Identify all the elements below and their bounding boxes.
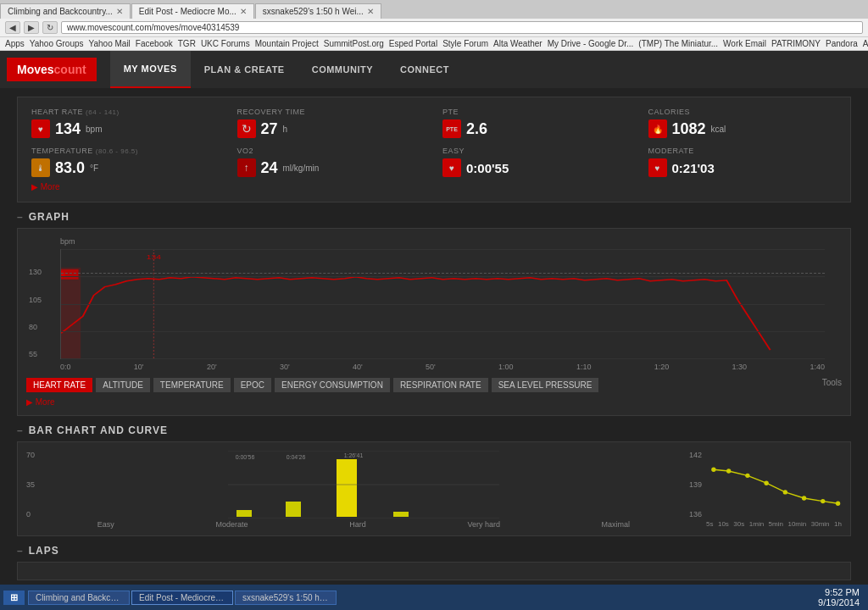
bookmark-apps[interactable]: Apps [5, 39, 25, 48]
btn-energy[interactable]: ENERGY CONSUMPTION [275, 378, 390, 392]
laps-section [17, 562, 851, 580]
curve-svg [706, 451, 842, 518]
stat-calories: CALORIES 🔥 1082 kcal [648, 108, 837, 138]
bookmarks-bar: Apps Yahoo Groups Yahoo Mail Facebook TG… [0, 37, 868, 51]
calories-icon: 🔥 [648, 119, 667, 138]
tab-bar: Climbing and Backcountry... ✕ Edit Post … [0, 0, 868, 19]
nav-connect[interactable]: CONNECT [387, 51, 463, 88]
tab-1[interactable]: Climbing and Backcountry... ✕ [0, 3, 131, 19]
bookmark-mp[interactable]: Mountain Project [255, 39, 319, 48]
tab-1-close[interactable]: ✕ [116, 7, 123, 16]
bookmark-style[interactable]: Style Forum [442, 39, 488, 48]
heart-rate-icon: ♥ [31, 119, 50, 138]
btn-heart-rate[interactable]: HEART RATE [26, 378, 92, 392]
more-link[interactable]: ▶ More [31, 182, 837, 191]
bookmark-alta[interactable]: Alta Weather [493, 39, 542, 48]
stat-recovery-time: RECOVERY TIME ↻ 27 h [237, 108, 426, 138]
svg-point-18 [745, 474, 749, 478]
svg-rect-9 [236, 510, 252, 517]
graph-x-labels: 0:0 10' 20' 30' 40' 50' 1:00 1:10 1:20 1… [60, 363, 825, 371]
bookmark-sp[interactable]: SummitPost.org [324, 39, 384, 48]
back-button[interactable]: ◀ [5, 21, 20, 34]
nav-my-moves[interactable]: MY MOVES [110, 51, 191, 88]
svg-rect-1 [61, 268, 81, 358]
btn-respiration[interactable]: RESPIRATION RATE [393, 378, 488, 392]
bookmark-avalanche[interactable]: Avalanche Centre [863, 39, 868, 48]
barchart-x-labels: Easy Moderate Hard Very hard Maximal [26, 520, 681, 529]
laps-title: LAPS [17, 545, 851, 557]
graph-title: GRAPH [17, 211, 851, 223]
taskbar-right: 9:52 PM 9/19/2014 [813, 587, 865, 607]
svg-rect-10 [286, 502, 301, 517]
bookmark-yahoogroups[interactable]: Yahoo Groups [30, 39, 84, 48]
taskbar-item-1[interactable]: Climbing and Backcountry... [28, 591, 130, 605]
stats-grid: HEART RATE (64 - 141) ♥ 134 bpm RECOVERY… [31, 108, 837, 177]
taskbar-item-3[interactable]: sxsnake529's 1:50 h Wei... [235, 591, 337, 605]
clock: 9:52 PM 9/19/2014 [818, 587, 860, 607]
barchart-left: 70 35 0 0:00'56 0:04'26 1:26'41 [26, 451, 681, 527]
main-content: HEART RATE (64 - 141) ♥ 134 bpm RECOVERY… [0, 88, 868, 603]
graph-section-header: GRAPH [17, 211, 851, 223]
svg-point-17 [726, 469, 731, 473]
stat-heart-rate: HEART RATE (64 - 141) ♥ 134 bpm [31, 108, 220, 138]
stats-section: HEART RATE (64 - 141) ♥ 134 bpm RECOVERY… [17, 97, 851, 202]
stat-vo2: VO2 ↑ 24 ml/kg/min [237, 147, 426, 177]
barchart-svg: 0:00'56 0:04'26 1:26'41 [47, 451, 681, 518]
grid-line-3 [61, 331, 825, 332]
svg-text:0:00'56: 0:00'56 [236, 454, 255, 460]
app-header: Movescount MY MOVES PLAN & CREATE COMMUN… [0, 51, 868, 88]
svg-point-16 [711, 468, 715, 472]
svg-rect-11 [337, 459, 357, 517]
refresh-button[interactable]: ↻ [42, 21, 58, 34]
temperature-icon: 🌡 [31, 158, 50, 177]
moderate-icon: ♥ [648, 158, 667, 177]
bookmark-facebook[interactable]: Facebook [136, 39, 173, 48]
bookmark-patrimo[interactable]: PATRIMONY [771, 39, 821, 48]
tab-3-close[interactable]: ✕ [367, 7, 374, 16]
nav-community[interactable]: COMMUNITY [298, 51, 387, 88]
main-nav: MY MOVES PLAN & CREATE COMMUNITY CONNECT [110, 51, 463, 88]
svg-text:134: 134 [147, 253, 161, 261]
barchart-title: BAR CHART AND CURVE [17, 424, 851, 436]
bookmark-ukc[interactable]: UKC Forums [201, 39, 250, 48]
bookmark-miniatur[interactable]: (TMP) The Miniatur... [638, 39, 718, 48]
bookmark-work[interactable]: Work Email [723, 39, 766, 48]
graph-buttons: HEART RATE ALTITUDE TEMPERATURE EPOC ENE… [26, 378, 842, 392]
logo: Movescount [7, 58, 97, 81]
bookmark-gdrive[interactable]: My Drive - Google Dr... [548, 39, 634, 48]
stat-easy: EASY ♥ 0:00'55 [442, 147, 632, 177]
tab-2[interactable]: Edit Post - Mediocre Mo... ✕ [131, 3, 254, 19]
nav-bar: ◀ ▶ ↻ [0, 19, 868, 37]
bookmark-tgr[interactable]: TGR [178, 39, 196, 48]
recovery-icon: ↻ [237, 119, 256, 138]
stat-pte: PTE PTE 2.6 [442, 108, 632, 138]
forward-button[interactable]: ▶ [24, 21, 39, 34]
stat-temperature: TEMPERATURE (80.6 - 96.5) 🌡 83.0 °F [31, 147, 220, 177]
graph-y-labels: 130 105 80 55 [29, 249, 42, 358]
bookmark-esped[interactable]: Esped Portal [389, 39, 437, 48]
tools-link[interactable]: Tools [822, 378, 842, 392]
btn-sea-level[interactable]: SEA LEVEL PRESSURE [492, 378, 599, 392]
taskbar-item-2[interactable]: Edit Post - Mediocre Mo... [131, 591, 233, 605]
svg-point-23 [836, 502, 840, 506]
svg-text:0:04'26: 0:04'26 [287, 454, 306, 460]
svg-rect-5 [61, 269, 79, 280]
btn-temperature[interactable]: TEMPERATURE [153, 378, 231, 392]
graph-more-link[interactable]: ▶ More [26, 397, 842, 407]
btn-epoc[interactable]: EPOC [234, 378, 271, 392]
btn-altitude[interactable]: ALTITUDE [96, 378, 150, 392]
tab-2-close[interactable]: ✕ [240, 7, 247, 16]
svg-point-20 [783, 490, 787, 494]
bookmark-pandora[interactable]: Pandora [826, 39, 858, 48]
bookmark-yahoomail[interactable]: Yahoo Mail [89, 39, 131, 48]
nav-plan-create[interactable]: PLAN & CREATE [191, 51, 298, 88]
pte-icon: PTE [442, 119, 461, 138]
grid-line-2 [61, 304, 825, 305]
graph-bpm-label: bpm [60, 237, 842, 246]
start-button[interactable]: ⊞ [3, 591, 25, 605]
tab-3[interactable]: sxsnake529's 1:50 h Wei... ✕ [255, 3, 381, 19]
browser-chrome: Climbing and Backcountry... ✕ Edit Post … [0, 0, 868, 51]
address-bar[interactable] [61, 21, 863, 34]
svg-text:1:26'41: 1:26'41 [344, 452, 364, 458]
graph-area: 130 105 80 55 [60, 249, 825, 359]
